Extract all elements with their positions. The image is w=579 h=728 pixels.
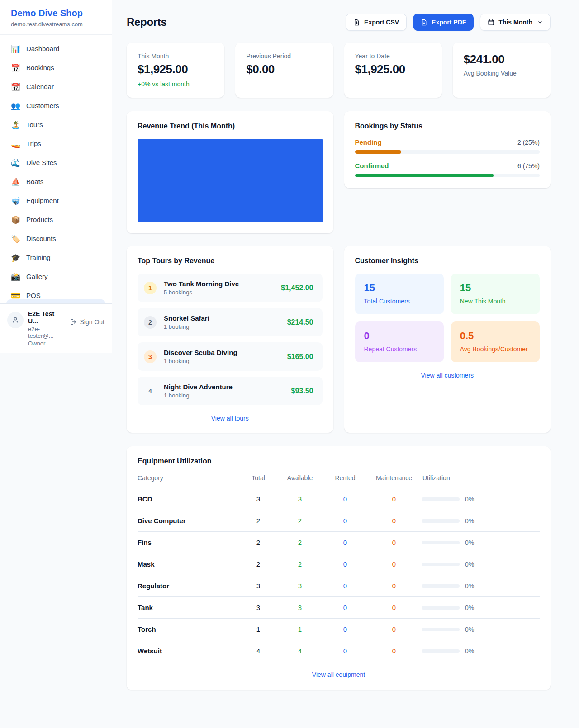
utilization-percent: 0%: [465, 539, 474, 546]
tour-bookings: 1 booking: [164, 358, 280, 364]
equipment-utilization-card: Equipment Utilization Category Total Ava…: [127, 446, 551, 690]
tour-bookings: 1 booking: [164, 392, 284, 399]
file-download-icon: [353, 19, 360, 26]
sidebar-nav-item[interactable]: 🌊 Dive Sites: [0, 153, 112, 172]
sidebar-nav-item-label: Dive Sites: [26, 158, 57, 168]
tours-icon: 🏝️: [11, 121, 20, 129]
revenue-trend-chart: [138, 139, 323, 222]
header-actions: Export CSV Export PDF This Month: [346, 14, 551, 31]
cell-category: Mask: [138, 553, 241, 575]
cell-maintenance: 0: [366, 510, 422, 532]
sidebar-nav-item-label: Boats: [26, 177, 43, 187]
sidebar-nav-item[interactable]: 👥 Customers: [0, 96, 112, 115]
dive-sites-icon: 🌊: [11, 159, 20, 167]
sidebar-nav-item-label: Bookings: [26, 63, 54, 73]
active-nav-item-partial[interactable]: [6, 299, 105, 303]
cell-total: 4: [241, 640, 276, 662]
sidebar-nav-item[interactable]: 🤿 Equipment: [0, 191, 112, 210]
status-label: Confirmed: [355, 162, 389, 170]
cell-maintenance: 0: [366, 488, 422, 510]
equipment-table-row: Wetsuit 4 4 0 0 0%: [138, 640, 540, 662]
sidebar-nav-item[interactable]: 🏝️ Tours: [0, 115, 112, 134]
equipment-table-header: Category Total Available Rented Maintena…: [138, 474, 540, 488]
sidebar-nav-item[interactable]: 📅 Bookings: [0, 58, 112, 77]
sidebar-nav-item[interactable]: 🎓 Training: [0, 248, 112, 267]
calendar-icon: 📆: [11, 83, 20, 91]
cell-total: 1: [241, 619, 276, 640]
export-pdf-button[interactable]: Export PDF: [413, 14, 474, 31]
charts-row: Revenue Trend (This Month) Bookings by S…: [127, 111, 551, 233]
utilization-percent: 0%: [465, 582, 474, 590]
user-role: Owner: [28, 340, 65, 347]
products-icon: 📦: [11, 216, 20, 224]
bookings-icon: 📅: [11, 64, 20, 72]
sidebar-nav-item-label: Tours: [26, 120, 43, 130]
status-count: 6 (75%): [517, 162, 540, 170]
equipment-utilization-title: Equipment Utilization: [138, 457, 540, 465]
tour-name: Snorkel Safari: [164, 314, 280, 322]
tour-amount: $1,452.00: [281, 284, 313, 292]
insight-value: 0.5: [460, 330, 531, 342]
sidebar-nav-item[interactable]: 🚤 Trips: [0, 134, 112, 153]
cell-category: Dive Computer: [138, 510, 241, 532]
sidebar-nav-item[interactable]: 📦 Products: [0, 210, 112, 229]
utilization-bar-track: [422, 541, 460, 544]
utilization-bar-track: [422, 497, 460, 501]
insight-value: 0: [364, 330, 435, 342]
sidebar-nav-item[interactable]: ⛵ Boats: [0, 172, 112, 191]
status-list: Pending 2 (25%) Confirmed 6 (75%): [355, 138, 540, 177]
sign-out-button[interactable]: Sign Out: [70, 318, 104, 326]
view-all-tours-link[interactable]: View all tours: [138, 415, 323, 422]
revenue-trend-card: Revenue Trend (This Month): [127, 111, 333, 233]
view-all-customers-link[interactable]: View all customers: [355, 372, 540, 379]
equipment-table-row: BCD 3 3 0 0 0%: [138, 488, 540, 510]
sidebar-nav-item[interactable]: 📆 Calendar: [0, 77, 112, 96]
insight-tile: 0 Repeat Customers: [355, 321, 444, 362]
utilization-cell: 0%: [422, 517, 540, 525]
sidebar-nav-item[interactable]: 📊 Dashboard: [0, 39, 112, 58]
utilization-percent: 0%: [465, 561, 474, 568]
cell-maintenance: 0: [366, 619, 422, 640]
stat-value: $0.00: [246, 62, 322, 76]
sidebar-nav-item[interactable]: 📸 Gallery: [0, 267, 112, 286]
status-row: Confirmed 6 (75%): [355, 162, 540, 177]
utilization-cell: 0%: [422, 496, 540, 503]
customer-insights-card: Customer Insights 15 Total Customers 15 …: [344, 246, 551, 433]
stat-card-avg-booking-value: $241.00 Avg Booking Value: [453, 43, 551, 98]
view-all-equipment-link[interactable]: View all equipment: [138, 671, 540, 678]
cell-maintenance: 0: [366, 575, 422, 597]
utilization-bar-track: [422, 628, 460, 631]
cell-maintenance: 0: [366, 532, 422, 553]
trips-icon: 🚤: [11, 140, 20, 148]
cell-rented: 0: [324, 575, 366, 597]
utilization-bar-track: [422, 606, 460, 610]
col-header-total: Total: [241, 474, 276, 488]
sidebar-nav: 📊 Dashboard 📅 Bookings 📆 Calendar 👥 Cust…: [0, 35, 112, 303]
col-header-available: Available: [276, 474, 324, 488]
sidebar-nav-item[interactable]: 🏷️ Discounts: [0, 229, 112, 248]
cell-maintenance: 0: [366, 640, 422, 662]
status-row: Pending 2 (25%): [355, 138, 540, 154]
stat-card-previous-period: Previous Period $0.00: [235, 43, 333, 98]
cell-total: 2: [241, 510, 276, 532]
export-csv-button[interactable]: Export CSV: [346, 14, 407, 31]
insight-label: Total Customers: [364, 298, 435, 305]
equipment-table-row: Dive Computer 2 2 0 0 0%: [138, 510, 540, 532]
top-tours-title: Top Tours by Revenue: [138, 257, 323, 265]
user-name: E2E Test U...: [28, 310, 65, 325]
period-dropdown[interactable]: This Month: [480, 14, 551, 31]
col-header-maintenance: Maintenance: [366, 474, 422, 488]
insight-tile: 15 Total Customers: [355, 274, 444, 314]
page-title: Reports: [127, 16, 167, 28]
stat-label: This Month: [138, 52, 214, 60]
stat-value: $1,925.00: [138, 62, 214, 76]
cell-total: 3: [241, 597, 276, 619]
bookings-by-status-title: Bookings by Status: [355, 122, 540, 130]
stat-card-year-to-date: Year to Date $1,925.00: [344, 43, 442, 98]
utilization-bar-track: [422, 584, 460, 588]
rank-badge: 3: [144, 350, 157, 363]
person-icon: [11, 316, 19, 324]
brand-domain: demo.test.divestreams.com: [11, 21, 101, 28]
cell-total: 2: [241, 532, 276, 553]
top-tours-card: Top Tours by Revenue 1 Two Tank Morning …: [127, 246, 333, 433]
